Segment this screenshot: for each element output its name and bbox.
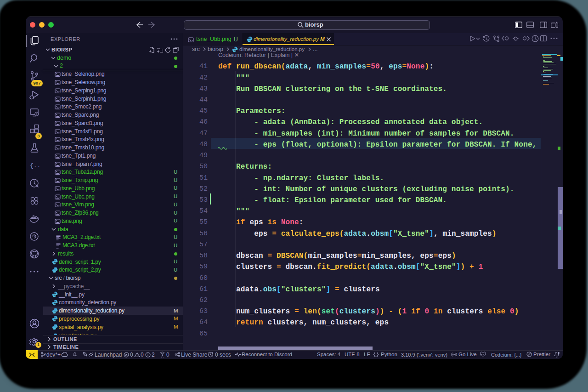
svg-text:{...}: {...} — [30, 162, 40, 169]
